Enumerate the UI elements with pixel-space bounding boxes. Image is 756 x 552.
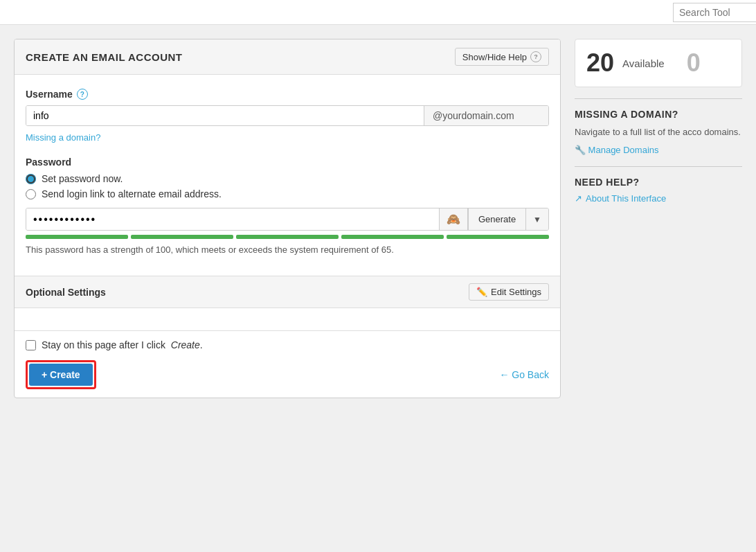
strength-bar-4 [341,235,444,239]
form-card-title: CREATE AN EMAIL ACCOUNT [26,51,183,63]
email-domain-display: @yourdomain.com [424,106,548,125]
generate-dropdown-button[interactable]: ▼ [525,208,548,230]
strength-bar-2 [131,235,233,239]
show-hide-help-button[interactable]: Show/Hide Help ? [455,48,549,66]
password-label: Password [26,157,549,168]
manage-domains-link[interactable]: 🔧 Manage Domains [575,145,742,155]
stay-on-page-row: Stay on this page after I click Create. [26,339,549,350]
create-button[interactable]: + Create [29,364,93,386]
toggle-visibility-button[interactable]: 🙈 [439,208,467,230]
missing-domain-section: MISSING A DOMAIN? Navigate to a full lis… [575,109,742,155]
top-bar [0,0,756,25]
create-btn-wrapper: + Create [26,360,96,389]
form-card: CREATE AN EMAIL ACCOUNT Show/Hide Help ?… [14,39,561,398]
right-panel: 20 Available 0 MISSING A DOMAIN? Navigat… [561,39,742,398]
optional-settings-header: Optional Settings ✏️ Edit Settings [15,276,560,308]
username-label: Username ? [26,89,549,100]
missing-domain-section-text: Navigate to a full list of the acco doma… [575,125,742,139]
set-password-radio-row: Set password now. [26,173,549,184]
right-divider-2 [575,166,742,167]
chevron-down-icon: ▼ [533,215,541,224]
form-body: Username ? @yourdomain.com Missing a dom… [15,75,560,276]
bottom-buttons: + Create ← Go Back [26,360,549,389]
email-input-row: @yourdomain.com [26,105,549,126]
need-help-section: NEED HELP? ↗ About This Interface [575,177,742,204]
password-strength-bars [26,235,549,239]
available-count: 20 [586,51,614,75]
strength-bar-5 [447,235,549,239]
about-this-interface-link[interactable]: ↗ About This Interface [575,193,742,204]
password-input[interactable] [26,208,439,230]
availability-box: 20 Available 0 [575,39,742,87]
overflow-count: 0 [687,51,701,75]
username-input[interactable] [26,106,424,125]
optional-settings-title: Optional Settings [26,287,106,298]
password-section: Password Set password now. Send login li… [26,157,549,255]
go-back-link[interactable]: ← Go Back [499,369,549,380]
eye-slash-icon: 🙈 [447,213,460,225]
set-password-radio[interactable] [26,174,36,184]
stay-on-page-checkbox[interactable] [26,340,36,350]
form-card-header: CREATE AN EMAIL ACCOUNT Show/Hide Help ? [15,39,560,75]
generate-button[interactable]: Generate [468,208,525,230]
bottom-section: Stay on this page after I click Create. … [15,330,560,398]
search-tool-input[interactable] [673,3,756,22]
set-password-label: Set password now. [42,173,123,184]
show-hide-label: Show/Hide Help [462,52,527,62]
generate-btn-group: Generate ▼ [467,208,548,230]
edit-icon: ✏️ [476,287,487,297]
left-panel: CREATE AN EMAIL ACCOUNT Show/Hide Help ?… [14,39,561,398]
main-layout: CREATE AN EMAIL ACCOUNT Show/Hide Help ?… [0,25,756,412]
password-input-row: 🙈 Generate ▼ [26,208,549,231]
password-radio-group: Set password now. Send login link to alt… [26,173,549,199]
edit-settings-button[interactable]: ✏️ Edit Settings [469,283,549,301]
missing-domain-link[interactable]: Missing a domain? [26,132,100,143]
send-link-label: Send login link to alternate email addre… [42,188,222,199]
send-link-radio-row: Send login link to alternate email addre… [26,188,549,199]
username-help-icon[interactable]: ? [77,89,88,100]
right-divider-1 [575,98,742,99]
missing-domain-section-title: MISSING A DOMAIN? [575,109,742,120]
strength-bar-1 [26,235,128,239]
available-label: Available [622,57,665,69]
strength-bar-3 [236,235,339,239]
stay-on-page-label: Stay on this page after I click Create. [42,339,203,350]
send-link-radio[interactable] [26,189,36,199]
need-help-section-title: NEED HELP? [575,177,742,188]
optional-settings-body [15,308,560,330]
help-circle-icon: ? [530,51,541,62]
password-strength-text: This password has a strength of 100, whi… [26,244,549,255]
external-link-icon: ↗ [575,193,582,204]
